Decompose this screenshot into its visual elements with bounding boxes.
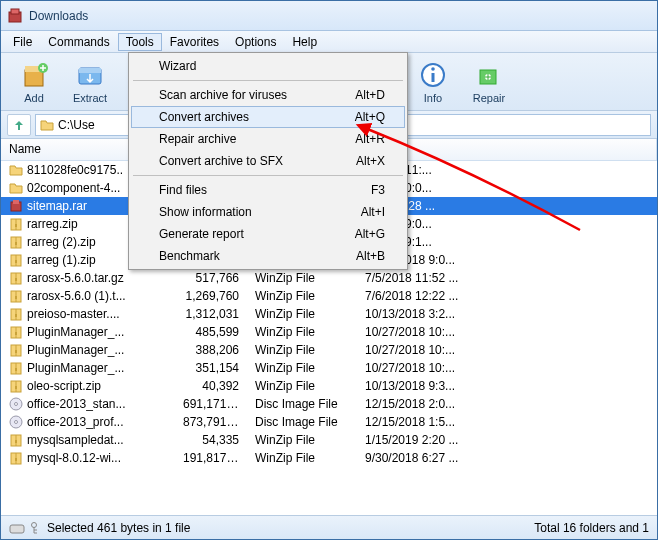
menu-separator xyxy=(133,80,403,81)
zip-icon xyxy=(9,379,23,393)
zip-icon xyxy=(9,343,23,357)
menu-options[interactable]: Options xyxy=(227,33,284,51)
svg-rect-26 xyxy=(15,224,17,227)
menu-item-wizard[interactable]: Wizard xyxy=(131,55,405,77)
titlebar: Downloads xyxy=(1,1,657,31)
svg-rect-44 xyxy=(15,386,17,389)
file-row[interactable]: rarosx-5.6.0 (1).t...1,269,760WinZip Fil… xyxy=(1,287,657,305)
zip-icon xyxy=(9,253,23,267)
file-row[interactable]: oleo-script.zip40,392WinZip File10/13/20… xyxy=(1,377,657,395)
zip-icon xyxy=(9,325,23,339)
menu-item-scan-archive-for-viruses[interactable]: Scan archive for virusesAlt+D xyxy=(131,84,405,106)
menu-item-convert-archive-to-sfx[interactable]: Convert archive to SFXAlt+X xyxy=(131,150,405,172)
iso-icon xyxy=(9,397,23,411)
zip-icon xyxy=(9,289,23,303)
menu-tools[interactable]: Tools xyxy=(118,33,162,51)
statusbar: Selected 461 bytes in 1 file Total 16 fo… xyxy=(1,515,657,539)
zip-icon xyxy=(9,451,23,465)
folder-icon xyxy=(9,181,23,195)
zip-icon xyxy=(9,271,23,285)
file-row[interactable]: PluginManager_...388,206WinZip File10/27… xyxy=(1,341,657,359)
menubar: FileCommandsToolsFavoritesOptionsHelp xyxy=(1,31,657,53)
svg-rect-52 xyxy=(15,458,17,461)
up-button[interactable] xyxy=(7,114,31,136)
zip-icon xyxy=(9,307,23,321)
svg-rect-38 xyxy=(15,332,17,335)
menu-item-show-information[interactable]: Show informationAlt+I xyxy=(131,201,405,223)
svg-rect-28 xyxy=(15,242,17,245)
repair-icon xyxy=(474,60,504,90)
file-row[interactable]: rarosx-5.6.0.tar.gz517,766WinZip File7/5… xyxy=(1,269,657,287)
svg-rect-36 xyxy=(15,314,17,317)
svg-rect-1 xyxy=(11,9,19,14)
svg-rect-50 xyxy=(15,440,17,443)
zip-icon xyxy=(9,361,23,375)
svg-rect-40 xyxy=(15,350,17,353)
menu-item-generate-report[interactable]: Generate reportAlt+G xyxy=(131,223,405,245)
status-right: Total 16 folders and 1 xyxy=(534,521,649,535)
zip-icon xyxy=(9,433,23,447)
rar-icon xyxy=(9,199,23,213)
menu-help[interactable]: Help xyxy=(284,33,325,51)
menu-item-benchmark[interactable]: BenchmarkAlt+B xyxy=(131,245,405,267)
menu-item-convert-archives[interactable]: Convert archivesAlt+Q xyxy=(131,106,405,128)
up-icon xyxy=(12,118,26,132)
folder-icon xyxy=(9,163,23,177)
svg-rect-34 xyxy=(15,296,17,299)
svg-rect-6 xyxy=(79,68,101,73)
add-icon xyxy=(19,60,49,90)
file-row[interactable]: mysqlsampledat...54,335WinZip File1/15/2… xyxy=(1,431,657,449)
menu-commands[interactable]: Commands xyxy=(40,33,117,51)
file-row[interactable]: office-2013_prof...873,791,488Disc Image… xyxy=(1,413,657,431)
iso-icon xyxy=(9,415,23,429)
file-row[interactable]: mysql-8.0.12-wi...191,817,844WinZip File… xyxy=(1,449,657,467)
menu-separator xyxy=(133,175,403,176)
repair-button[interactable]: Repair xyxy=(462,56,516,108)
tools-menu-dropdown: WizardScan archive for virusesAlt+DConve… xyxy=(128,52,408,270)
svg-rect-30 xyxy=(15,260,17,263)
key-icon xyxy=(31,522,41,534)
info-button[interactable]: Info xyxy=(406,56,460,108)
svg-point-54 xyxy=(32,522,37,527)
menu-item-repair-archive[interactable]: Repair archiveAlt+R xyxy=(131,128,405,150)
zip-icon xyxy=(9,235,23,249)
folder-icon xyxy=(40,118,54,132)
window-title: Downloads xyxy=(29,9,88,23)
menu-file[interactable]: File xyxy=(5,33,40,51)
svg-point-46 xyxy=(15,403,18,406)
svg-rect-24 xyxy=(13,200,19,204)
add-button[interactable]: Add xyxy=(7,56,61,108)
file-row[interactable]: PluginManager_...351,154WinZip File10/27… xyxy=(1,359,657,377)
svg-point-48 xyxy=(15,421,18,424)
path-text: C:\Use xyxy=(58,118,95,132)
svg-rect-2 xyxy=(25,70,43,86)
info-icon xyxy=(418,60,448,90)
file-row[interactable]: PluginManager_...485,599WinZip File10/27… xyxy=(1,323,657,341)
menu-item-find-files[interactable]: Find filesF3 xyxy=(131,179,405,201)
status-left: Selected 461 bytes in 1 file xyxy=(47,521,190,535)
svg-rect-32 xyxy=(15,278,17,281)
svg-rect-53 xyxy=(10,525,24,533)
svg-rect-42 xyxy=(15,368,17,371)
disk-icon xyxy=(9,522,25,534)
extract-button[interactable]: Extract xyxy=(63,56,117,108)
file-row[interactable]: office-2013_stan...691,171,328Disc Image… xyxy=(1,395,657,413)
extract-icon xyxy=(75,60,105,90)
svg-rect-20 xyxy=(432,73,435,82)
winrar-icon xyxy=(7,8,23,24)
file-row[interactable]: preioso-master....1,312,031WinZip File10… xyxy=(1,305,657,323)
zip-icon xyxy=(9,217,23,231)
menu-favorites[interactable]: Favorites xyxy=(162,33,227,51)
svg-point-19 xyxy=(431,67,435,71)
